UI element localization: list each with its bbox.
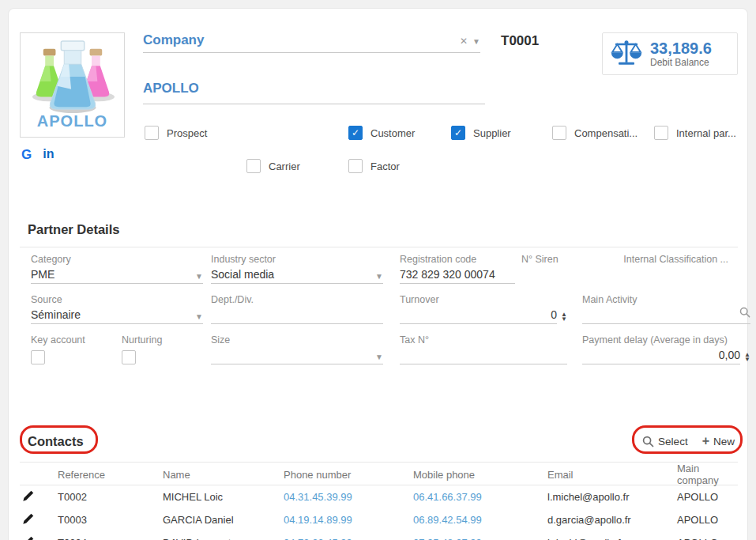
customer-label: Customer xyxy=(370,127,415,139)
key-account-label: Key account xyxy=(31,334,85,346)
company-logo: APOLLO xyxy=(20,32,125,138)
registration-code-field[interactable]: Registration code 732 829 320 00074 xyxy=(400,254,515,284)
partner-details-title: Partner Details xyxy=(20,222,738,237)
contact-row[interactable]: T0004 DAVID Laurent 04.73.26.45.99 07.95… xyxy=(20,531,738,540)
flasks-illustration xyxy=(26,40,119,115)
checkbox-internal-partner[interactable]: ✓ Internal par... xyxy=(654,126,736,140)
carrier-label: Carrier xyxy=(269,160,300,172)
payment-delay-field[interactable]: Payment delay (Average in days) 0,00 ▲▼ xyxy=(582,334,750,364)
checkbox-factor[interactable]: ✓ Factor xyxy=(348,159,400,173)
contact-phone-link[interactable]: 04.73.26.45.99 xyxy=(284,537,413,540)
size-label: Size xyxy=(211,334,383,346)
chevron-down-icon[interactable]: ▼ xyxy=(195,312,203,321)
col-email: Email xyxy=(547,469,677,481)
main-activity-field[interactable]: Main Activity xyxy=(582,294,750,324)
turnover-field[interactable]: Turnover 0 ▲▼ xyxy=(400,294,567,324)
partner-record-card: APOLLO G in Company ✕ ▼ T0001 xyxy=(8,8,748,540)
new-label: New xyxy=(713,436,735,447)
tax-label: Tax N° xyxy=(400,334,567,346)
contact-email: l.michel@apollo.fr xyxy=(547,491,677,503)
key-account-field[interactable]: Key account ✓ xyxy=(31,334,85,364)
checkbox-carrier[interactable]: ✓ Carrier xyxy=(246,159,300,173)
factor-checkbox-icon[interactable]: ✓ xyxy=(348,159,363,173)
checkbox-customer[interactable]: ✓ Customer xyxy=(348,126,415,140)
company-type-value: Company xyxy=(143,32,204,48)
tax-field[interactable]: Tax N° xyxy=(400,334,567,364)
checkbox-prospect[interactable]: ✓ Prospect xyxy=(145,126,207,140)
category-label: Category xyxy=(31,254,203,265)
debit-balance-label: Debit Balance xyxy=(650,57,712,68)
compensation-checkbox-icon[interactable]: ✓ xyxy=(552,126,566,140)
category-field[interactable]: Category PME▼ xyxy=(31,254,203,284)
prospect-checkbox-icon[interactable]: ✓ xyxy=(145,126,159,140)
checkbox-supplier[interactable]: ✓ Supplier xyxy=(451,126,511,140)
social-links: G in xyxy=(20,147,125,163)
edit-pencil-icon[interactable] xyxy=(20,536,58,540)
contacts-table: Reference Name Phone number Mobile phone… xyxy=(20,462,738,540)
company-name-value: APOLLO xyxy=(143,81,199,96)
linkedin-icon[interactable]: in xyxy=(43,147,54,163)
dept-div-field[interactable]: Dept./Div. xyxy=(211,294,383,324)
nurturing-field[interactable]: Nurturing ✓ xyxy=(122,334,162,364)
contact-mobile-link[interactable]: 07.95.48.27.99 xyxy=(413,537,547,540)
contact-mobile-link[interactable]: 06.41.66.37.99 xyxy=(413,491,547,503)
contact-company: APOLLO xyxy=(677,514,738,526)
col-phone: Phone number xyxy=(284,469,413,481)
payment-delay-label: Payment delay (Average in days) xyxy=(582,334,750,346)
debit-balance-value: 33,189.6 xyxy=(650,40,712,57)
contact-reference: T0004 xyxy=(58,537,163,540)
chevron-down-icon[interactable]: ▼ xyxy=(375,272,383,281)
company-name-input[interactable]: APOLLO xyxy=(143,81,485,104)
industry-sector-value: Social media xyxy=(211,268,274,281)
prospect-label: Prospect xyxy=(167,127,207,139)
source-field[interactable]: Source Séminaire▼ xyxy=(31,294,203,324)
compensation-label: Compensati... xyxy=(574,127,638,139)
payment-delay-stepper[interactable]: ▲▼ xyxy=(744,353,750,364)
select-contact-button[interactable]: Select xyxy=(642,436,688,447)
new-contact-button[interactable]: + New xyxy=(702,436,735,447)
turnover-value: 0 xyxy=(551,308,557,321)
contact-phone-link[interactable]: 04.19.14.89.99 xyxy=(284,514,413,526)
partner-type-checkboxes: ✓ Prospect ✓ Customer ✓ Supplier ✓ Compe… xyxy=(143,126,738,189)
plus-icon: + xyxy=(702,436,709,446)
chevron-down-icon[interactable]: ▼ xyxy=(375,353,383,361)
debit-balance-widget[interactable]: 33,189.6 Debit Balance xyxy=(602,32,738,75)
carrier-checkbox-icon[interactable]: ✓ xyxy=(246,159,261,173)
edit-pencil-icon[interactable] xyxy=(20,513,58,527)
category-value: PME xyxy=(31,268,55,281)
partner-details-divider xyxy=(20,247,738,247)
nurturing-checkbox-icon[interactable]: ✓ xyxy=(122,350,136,364)
col-mobile: Mobile phone xyxy=(413,469,547,481)
contact-row[interactable]: T0003 GARCIA Daniel 04.19.14.89.99 06.89… xyxy=(20,508,738,531)
company-type-select[interactable]: Company ✕ ▼ xyxy=(143,32,480,53)
contact-name: DAVID Laurent xyxy=(163,537,284,540)
contact-company: APOLLO xyxy=(677,491,738,503)
edit-pencil-icon[interactable] xyxy=(20,490,58,504)
internal-partner-label: Internal par... xyxy=(676,127,736,139)
turnover-stepper[interactable]: ▲▼ xyxy=(561,312,567,324)
google-icon[interactable]: G xyxy=(21,147,32,163)
checkbox-compensation[interactable]: ✓ Compensati... xyxy=(552,126,638,140)
contact-row[interactable]: T0002 MICHEL Loic 04.31.45.39.99 06.41.6… xyxy=(20,485,738,508)
contact-phone-link[interactable]: 04.31.45.39.99 xyxy=(284,491,413,503)
search-icon xyxy=(642,436,654,447)
clear-icon[interactable]: ✕ xyxy=(460,36,468,47)
internal-partner-checkbox-icon[interactable]: ✓ xyxy=(654,126,668,140)
key-account-checkbox-icon[interactable]: ✓ xyxy=(31,350,45,364)
customer-checkbox-icon[interactable]: ✓ xyxy=(348,126,363,140)
scale-icon xyxy=(611,40,642,68)
header-section: APOLLO G in Company ✕ ▼ T0001 xyxy=(20,32,738,189)
size-field[interactable]: Size ▼ xyxy=(211,334,383,364)
factor-label: Factor xyxy=(370,160,400,172)
search-icon[interactable] xyxy=(739,307,750,321)
chevron-down-icon[interactable]: ▼ xyxy=(472,37,480,46)
contact-mobile-link[interactable]: 06.89.42.54.99 xyxy=(413,514,547,526)
chevron-down-icon[interactable]: ▼ xyxy=(195,272,203,281)
siren-label: N° Siren xyxy=(521,254,559,265)
industry-sector-field[interactable]: Industry sector Social media▼ xyxy=(211,254,383,284)
registration-code-label: Registration code xyxy=(400,254,515,265)
supplier-checkbox-icon[interactable]: ✓ xyxy=(451,126,465,140)
contact-email: l.david@apollo.fr xyxy=(547,537,677,540)
contact-name: MICHEL Loic xyxy=(163,491,284,503)
supplier-label: Supplier xyxy=(473,127,511,139)
